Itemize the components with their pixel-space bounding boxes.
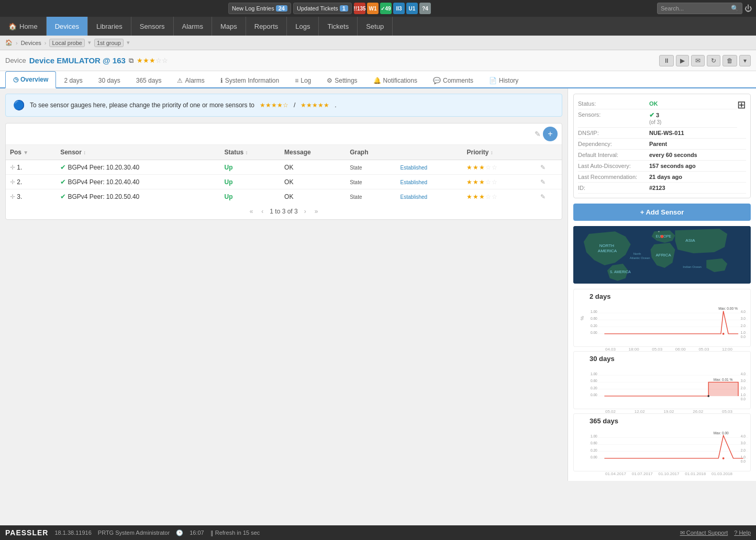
tab-settings[interactable]: ⚙ Settings (319, 72, 365, 88)
delete-btn[interactable]: 🗑 (722, 55, 737, 66)
nav-bar: 🏠 Home Devices Libraries Sensors Alarms … (0, 17, 756, 36)
search-input[interactable] (661, 5, 729, 12)
status-icon-warning[interactable]: W 1 (367, 3, 379, 14)
col-pos[interactable]: Pos ▼ (6, 145, 56, 160)
more-btn[interactable]: ▾ (739, 55, 751, 66)
tab-sysinfo-label: System Information (225, 77, 279, 84)
chart-y-label-2days: % (580, 316, 585, 320)
col-graph: Graph (346, 145, 396, 160)
col-sensor[interactable]: Sensor ↕ (56, 145, 220, 160)
breadcrumb-devices[interactable]: Devices (21, 40, 41, 46)
breadcrumb-home[interactable]: 🏠 (5, 39, 13, 46)
row3-edit[interactable]: ✎ (536, 189, 562, 204)
nav-setup[interactable]: Setup (358, 17, 393, 36)
sensor-table-toolbar: ✎ + (6, 123, 562, 145)
nav-sensors[interactable]: Sensors (131, 17, 174, 36)
tab-alarms[interactable]: ⚠ Alarms (169, 72, 212, 88)
tab-2days[interactable]: 2 days (56, 72, 90, 88)
svg-text:4.0: 4.0 (741, 372, 746, 376)
breadcrumb-probe[interactable]: Local probe (49, 39, 85, 47)
svg-text:0.0: 0.0 (741, 335, 746, 339)
status-icon-unknown[interactable]: ? 4 (419, 3, 431, 14)
page-next-btn[interactable]: › (302, 208, 308, 215)
nav-reports[interactable]: Reports (246, 17, 287, 36)
tab-history[interactable]: 📄 History (481, 72, 526, 88)
drag-handle-2[interactable]: ✛ (10, 178, 15, 186)
status-value: OK (649, 100, 658, 107)
log-icon: ≡ (295, 77, 298, 84)
row2-sensor[interactable]: ✔ BGPv4 Peer: 10.20.40.40 (56, 175, 220, 189)
pagination: « ‹ 1 to 3 of 3 › » (6, 204, 562, 219)
tab-overview-label: Overview (20, 76, 48, 83)
nav-logs[interactable]: Logs (287, 17, 319, 36)
nav-tickets[interactable]: Tickets (319, 17, 358, 36)
nav-libraries[interactable]: Libraries (88, 17, 131, 36)
page-last-btn[interactable]: » (313, 208, 320, 215)
drag-handle-1[interactable]: ✛ (10, 164, 15, 171)
breadcrumb-group[interactable]: 1st group (94, 39, 124, 47)
chart-2days: 2 days 1.00 0.60 0.20 0.00 4.0 3.0 (573, 289, 751, 347)
row2-edit[interactable]: ✎ (536, 175, 562, 189)
search-box[interactable]: 🔍 (657, 3, 742, 14)
page-first-btn[interactable]: « (248, 208, 255, 215)
tab-overview[interactable]: ◷ Overview (5, 71, 56, 88)
svg-text:3.0: 3.0 (741, 441, 746, 445)
svg-text:4.0: 4.0 (741, 310, 746, 313)
row3-sensor[interactable]: ✔ BGPv4 Peer: 10.20.50.40 (56, 189, 220, 204)
add-sensor-button[interactable]: + Add Sensor (573, 204, 751, 221)
device-stars[interactable]: ★★★☆☆ (137, 57, 168, 64)
info-banner: 🔵 To see sensor gauges here, please chan… (5, 94, 562, 117)
tab-notifications[interactable]: 🔔 Notifications (365, 72, 425, 88)
status-label: Status: (578, 100, 646, 107)
drag-handle-3[interactable]: ✛ (10, 193, 15, 200)
sensors-label: Sensors: (578, 111, 646, 118)
status-icon-paused[interactable]: II 3 (393, 3, 405, 14)
info-row-dnsip: DNS/IP: NUE-WS-011 (578, 128, 746, 139)
svg-text:0.00: 0.00 (591, 455, 597, 459)
edit-icon-3[interactable]: ✎ (540, 193, 546, 200)
row1-sensor[interactable]: ✔ BGPv4 Peer: 10.20.30.40 (56, 160, 220, 175)
nav-devices[interactable]: Devices (47, 17, 88, 36)
status-icon-ok[interactable]: ✓ 49 (380, 3, 392, 14)
email-btn[interactable]: ✉ (691, 55, 705, 66)
svg-text:0.60: 0.60 (591, 379, 597, 383)
svg-text:3.0: 3.0 (741, 379, 746, 383)
updatedtickets-button[interactable]: Updated Tickets 1 (293, 3, 352, 14)
power-icon[interactable]: ⏻ (744, 4, 752, 13)
qr-icon[interactable]: ⊞ (737, 99, 746, 110)
sensor-table: Pos ▼ Sensor ↕ Status ↕ Message Graph Pr… (6, 145, 562, 204)
tab-365days[interactable]: 365 days (128, 72, 170, 88)
resume-btn[interactable]: ▶ (676, 55, 689, 66)
newlog-button[interactable]: New Log Entries 24 (228, 3, 291, 14)
nav-alarms[interactable]: Alarms (174, 17, 212, 36)
map-svg: NORTH AMERICA EUROPE ASIA AFRICA S. AMER… (573, 226, 751, 284)
col-status[interactable]: Status ↕ (220, 145, 280, 160)
page-prev-btn[interactable]: ‹ (259, 208, 265, 215)
info-row-recommendation: Last Recommendation: 21 days ago (578, 172, 746, 183)
nav-home[interactable]: 🏠 Home (0, 17, 47, 36)
tab-sysinfo[interactable]: ℹ System Information (213, 72, 287, 88)
device-name[interactable]: Device EMULATOR @ 163 (29, 56, 126, 65)
search-icon[interactable]: 🔍 (731, 5, 739, 12)
col-priority[interactable]: Priority ↕ (462, 145, 536, 160)
nav-maps[interactable]: Maps (212, 17, 246, 36)
device-link-icon[interactable]: ⧉ (129, 57, 134, 65)
status-icon-error[interactable]: !! 135 (354, 3, 365, 14)
table-edit-icon[interactable]: ✎ (535, 130, 541, 138)
tab-log[interactable]: ≡ Log (287, 72, 319, 88)
row1-edit[interactable]: ✎ (536, 160, 562, 175)
row3-graph-val: Established (396, 189, 462, 204)
chart-365days: 365 days 1.00 0.60 0.20 0.00 4.0 3.0 2.0… (573, 413, 751, 471)
priority-stars-highest: ★★★★★ (301, 102, 329, 109)
add-circle-button[interactable]: + (543, 127, 558, 141)
edit-icon-1[interactable]: ✎ (540, 164, 546, 171)
edit-icon-2[interactable]: ✎ (540, 178, 546, 186)
status-icon-unusual[interactable]: U 1 (406, 3, 418, 14)
svg-text:3.0: 3.0 (741, 317, 746, 320)
svg-text:AFRICA: AFRICA (656, 253, 672, 257)
tab-comments[interactable]: 💬 Comments (425, 72, 481, 88)
pause-btn[interactable]: ⏸ (659, 55, 674, 66)
world-map[interactable]: NORTH AMERICA EUROPE ASIA AFRICA S. AMER… (573, 226, 751, 284)
refresh-btn[interactable]: ↻ (707, 55, 720, 66)
tab-30days[interactable]: 30 days (91, 72, 128, 88)
